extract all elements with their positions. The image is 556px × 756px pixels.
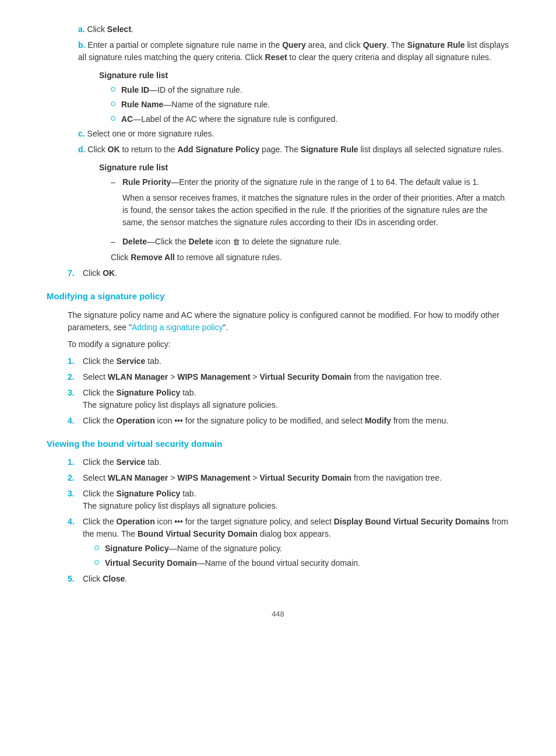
dash-symbol-2: –: [111, 236, 119, 248]
viewing-block: 1. Click the Service tab. 2. Select WLAN…: [68, 456, 509, 585]
alpha-item-c: c. Select one or more signature rules.: [78, 128, 509, 140]
mod-step-4-text: Click the Operation icon ••• for the sig…: [83, 415, 509, 427]
bullet-circle-3: [111, 116, 115, 121]
bullet-rule-id: Rule ID—ID of the signature rule.: [111, 84, 509, 96]
mod-step-1-label: 1.: [68, 355, 83, 368]
view-step-4-label: 4.: [68, 516, 83, 528]
view-step-4: 4. Click the Operation icon ••• for the …: [68, 516, 509, 569]
dash-list: – Rule Priority—Enter the priority of th…: [111, 176, 509, 248]
alpha-item-b: b. Enter a partial or complete signature…: [78, 39, 509, 64]
view-step-4-bullets: Signature Policy—Name of the signature p…: [83, 542, 509, 569]
mod-step-1: 1. Click the Service tab.: [68, 355, 509, 368]
sig-rule-heading-1: Signature rule list: [99, 69, 509, 82]
mod-step-2-label: 2.: [68, 371, 83, 383]
alpha-text-c: Select one or more signature rules.: [87, 129, 214, 138]
modifying-intro: The signature policy name and AC where t…: [68, 309, 509, 334]
view-step-2: 2. Select WLAN Manager > WIPS Management…: [68, 472, 509, 484]
view-step-2-text: Select WLAN Manager > WIPS Management > …: [83, 472, 509, 484]
view-step-5-text: Click Close.: [83, 573, 509, 585]
modifying-heading: Modifying a signature policy: [47, 290, 509, 303]
view-step-3: 3. Click the Signature Policy tab. The s…: [68, 488, 509, 512]
alpha-list-top: a. Click Select. b. Enter a partial or c…: [78, 23, 509, 64]
bullet-rule-name: Rule Name—Name of the signature rule.: [111, 99, 509, 111]
view-bullet-circle-2: [94, 560, 99, 565]
query-bold-2: Query: [363, 40, 386, 50]
bullet-ac: AC—Label of the AC where the signature r…: [111, 113, 509, 125]
select-bold: Select: [107, 24, 131, 34]
mod-step-3: 3. Click the Signature Policy tab. The s…: [68, 387, 509, 411]
step-7-text: Click OK.: [83, 267, 509, 279]
mod-step-3-sub: The signature policy list displays all s…: [83, 399, 509, 411]
dash-item-delete: – Delete—Click the Delete icon 🗑 to dele…: [111, 236, 509, 248]
page-container: a. Click Select. b. Enter a partial or c…: [0, 0, 556, 756]
sig-rule-bold: Signature Rule: [407, 40, 465, 50]
reset-bold: Reset: [265, 52, 287, 62]
mod-step-4: 4. Click the Operation icon ••• for the …: [68, 415, 509, 427]
alpha-label-d: d.: [78, 145, 85, 154]
adding-policy-link[interactable]: Adding a signature policy: [132, 323, 223, 332]
mod-step-2: 2. Select WLAN Manager > WIPS Management…: [68, 371, 509, 383]
step-7-label: 7.: [68, 267, 83, 279]
view-step-3-sub: The signature policy list displays all s…: [83, 500, 509, 512]
bullet-circle-1: [111, 87, 115, 92]
sig-rule-heading-2: Signature rule list: [99, 162, 509, 174]
alpha-text-b: Enter a partial or complete signature ru…: [78, 40, 509, 62]
alpha-label-c: c.: [78, 129, 85, 138]
alpha-item-d: d. Click OK to return to the Add Signatu…: [78, 144, 509, 156]
view-bullets: Signature Policy—Name of the signature p…: [94, 542, 509, 569]
view-step-3-text: Click the Signature Policy tab.: [83, 488, 509, 500]
view-bullet-sig-policy: Signature Policy—Name of the signature p…: [94, 542, 509, 555]
alpha-list-d: d. Click OK to return to the Add Signatu…: [78, 144, 509, 156]
dash-symbol-1: –: [111, 176, 119, 188]
view-step-4-text: Click the Operation icon ••• for the tar…: [83, 516, 509, 540]
mod-step-4-label: 4.: [68, 415, 83, 427]
alpha-list-c: c. Select one or more signature rules.: [78, 128, 509, 140]
view-step-3-label: 3.: [68, 488, 83, 500]
view-bullet-sig-policy-text: Signature Policy—Name of the signature p…: [105, 542, 282, 555]
modifying-intro2: To modify a signature policy:: [68, 338, 509, 351]
alpha-label-a: a.: [78, 24, 85, 34]
modifying-block: The signature policy name and AC where t…: [68, 309, 509, 427]
alpha-item-a: a. Click Select.: [78, 23, 509, 36]
modifying-section: Modifying a signature policy The signatu…: [47, 290, 509, 427]
bullet-circle-2: [111, 102, 115, 106]
dash-delete-content: Delete—Click the Delete icon 🗑 to delete…: [122, 236, 342, 248]
remove-all-text: Click Remove All to remove all signature…: [111, 251, 509, 264]
trash-icon: 🗑: [233, 236, 240, 248]
sig-rule-bullets-1: Rule ID—ID of the signature rule. Rule N…: [111, 84, 509, 125]
view-bullet-circle-1: [94, 545, 99, 550]
mod-step-1-text: Click the Service tab.: [83, 355, 509, 368]
dash-item-priority: – Rule Priority—Enter the priority of th…: [111, 176, 509, 232]
view-step-5-label: 5.: [68, 573, 83, 585]
view-step-1-label: 1.: [68, 456, 83, 468]
view-bullet-vsd-text: Virtual Security Domain—Name of the boun…: [105, 557, 360, 569]
view-step-2-label: 2.: [68, 472, 83, 484]
bullet-ac-text: AC—Label of the AC where the signature r…: [121, 113, 337, 125]
bullet-rule-name-text: Rule Name—Name of the signature rule.: [121, 99, 270, 111]
view-step-1-text: Click the Service tab.: [83, 456, 509, 468]
bullet-rule-id-text: Rule ID—ID of the signature rule.: [121, 84, 242, 96]
alpha-label-b: b.: [78, 40, 85, 50]
sig-rule-list-2: Signature rule list – Rule Priority—Ente…: [99, 162, 509, 264]
viewing-section: Viewing the bound virtual security domai…: [47, 438, 509, 586]
step-7-ok: OK: [103, 268, 115, 278]
mod-step-3-label: 3.: [68, 387, 83, 399]
page-number: 448: [47, 608, 509, 620]
modifying-steps: 1. Click the Service tab. 2. Select WLAN…: [68, 355, 509, 427]
dash-priority-sub: When a sensor receives frames, it matche…: [122, 192, 509, 229]
query-bold-1: Query: [282, 40, 305, 50]
dash-priority-main: Rule Priority—Enter the priority of the …: [122, 176, 509, 188]
sig-rule-list-1: Signature rule list Rule ID—ID of the si…: [99, 69, 509, 125]
view-step-5: 5. Click Close.: [68, 573, 509, 585]
view-bullet-vsd: Virtual Security Domain—Name of the boun…: [94, 557, 509, 569]
view-step-1: 1. Click the Service tab.: [68, 456, 509, 468]
top-alpha-block: a. Click Select. b. Enter a partial or c…: [78, 23, 509, 264]
mod-step-2-text: Select WLAN Manager > WIPS Management > …: [83, 371, 509, 383]
step-7: 7. Click OK.: [68, 267, 509, 279]
mod-step-3-text: Click the Signature Policy tab.: [83, 387, 509, 399]
alpha-text-d: Click OK to return to the Add Signature …: [87, 145, 503, 154]
viewing-heading: Viewing the bound virtual security domai…: [47, 438, 509, 451]
alpha-text-a: Click Select.: [87, 24, 133, 34]
viewing-steps: 1. Click the Service tab. 2. Select WLAN…: [68, 456, 509, 585]
dash-priority-content: Rule Priority—Enter the priority of the …: [122, 176, 509, 232]
